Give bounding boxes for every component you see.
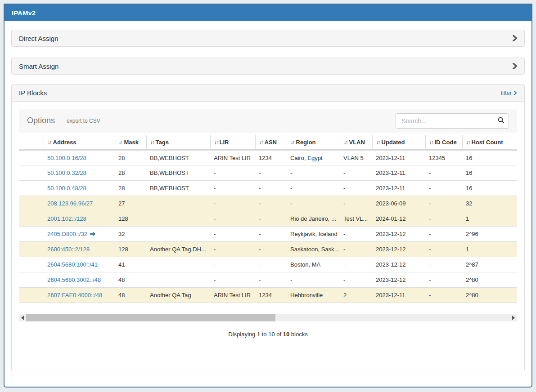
lir-cell: - — [210, 257, 255, 272]
vlan-cell: - — [340, 227, 372, 242]
table-row: 2001:102::/128 128 - - Rio de Janeiro, .… — [19, 211, 517, 227]
region-cell: Cairo, Egypt — [287, 150, 340, 165]
search-button[interactable] — [493, 113, 509, 129]
mask-cell: 48 — [115, 272, 146, 288]
horizontal-scrollbar[interactable] — [19, 314, 517, 321]
sort-icon: ↓↑ — [344, 139, 347, 146]
host-count-cell: 1 — [462, 211, 517, 227]
export-csv-button[interactable]: export to CSV — [67, 118, 100, 124]
options-toolbar: Options export to CSV — [19, 109, 517, 133]
lir-cell: - — [210, 211, 255, 227]
region-cell: Reykjavik, Iceland — [287, 227, 340, 242]
sort-icon: ↓↑ — [259, 139, 263, 146]
vlan-cell: VLAN 5 — [340, 150, 372, 165]
mask-cell: 128 — [115, 211, 146, 227]
asn-cell: - — [255, 242, 287, 257]
scroll-left-arrow[interactable] — [19, 314, 26, 321]
tags-cell — [146, 272, 210, 288]
column-header-id-code[interactable]: ↓↑ID Code — [425, 135, 462, 150]
row-spacer-cell — [19, 257, 44, 272]
vlan-cell: - — [340, 272, 372, 288]
host-count-cell: 16 — [462, 181, 517, 196]
column-header-tags[interactable]: ↓↑Tags — [146, 135, 210, 150]
address-link[interactable]: 50.100.0.32/28 — [47, 169, 86, 176]
table-row: 2604:5680:3002::/48 48 - - - - 2023-12-1… — [19, 272, 517, 288]
column-header-lir[interactable]: ↓↑LIR — [210, 135, 255, 150]
address-link[interactable]: 2607:FAE0:4000::/48 — [47, 292, 102, 298]
lir-cell: - — [210, 181, 255, 196]
column-header-updated[interactable]: ↓↑Updated — [372, 135, 425, 150]
asn-cell: - — [255, 272, 287, 288]
lir-cell: - — [210, 272, 255, 288]
asn-cell: - — [255, 196, 287, 211]
updated-cell: 2023-12-12 — [372, 242, 425, 257]
region-cell: Boston, MA — [287, 257, 340, 272]
ip-blocks-table-body: 50.100.0.16/28 28 BB,WEBHOST ARIN Test L… — [19, 150, 517, 303]
sort-icon: ↓↑ — [150, 139, 154, 146]
filter-link[interactable]: filter — [500, 89, 517, 96]
address-link[interactable]: 2405:D800::/32 — [47, 231, 87, 237]
row-spacer-cell — [19, 288, 44, 303]
asn-cell: - — [255, 227, 287, 242]
search-input[interactable] — [396, 113, 493, 129]
sort-icon: ↓↑ — [48, 139, 51, 146]
mask-cell: 28 — [115, 150, 146, 165]
mask-cell: 28 — [115, 181, 146, 196]
scrollbar-thumb[interactable] — [26, 314, 275, 321]
mask-cell: 128 — [115, 242, 146, 257]
lir-cell: ARIN Test LIR — [210, 288, 255, 303]
address-link[interactable]: 208.123.96.96/27 — [47, 200, 93, 207]
host-count-cell: 32 — [462, 196, 517, 211]
row-spacer-cell — [19, 211, 44, 227]
smart-assign-panel[interactable]: Smart Assign — [11, 58, 525, 75]
table-row: 50.100.0.48/28 28 BB,WEBHOST - - - - 202… — [19, 181, 517, 196]
table-row: 208.123.96.96/27 27 - - - - 2023-06-09 -… — [19, 196, 517, 211]
address-link[interactable]: 2001:102::/128 — [47, 215, 86, 222]
scroll-right-arrow[interactable] — [510, 314, 517, 321]
left-triangle-icon — [21, 316, 24, 320]
app-title: IPAMv2 — [12, 9, 36, 17]
vlan-cell: Test VL... — [340, 211, 372, 227]
column-header-region[interactable]: ↓↑Region — [287, 135, 340, 150]
region-cell: - — [287, 272, 340, 288]
column-header-address[interactable]: ↓↑Address — [44, 135, 115, 150]
address-link[interactable]: 2604:5680:3002::/48 — [47, 276, 101, 283]
address-link[interactable]: 50.100.0.48/28 — [47, 185, 86, 192]
search-icon — [498, 117, 504, 125]
host-count-cell: 2^96 — [462, 227, 517, 242]
filter-label: filter — [500, 89, 512, 96]
mask-cell: 41 — [115, 257, 146, 272]
region-cell: - — [287, 196, 340, 211]
right-triangle-icon — [512, 316, 515, 320]
table-row: 2604:5680:100::/41 41 - - Boston, MA - 2… — [19, 257, 517, 272]
updated-cell: 2023-12-12 — [372, 272, 425, 288]
column-header-mask[interactable]: ↓↑Mask — [115, 135, 146, 150]
ip-blocks-panel: IP Blocks filter Options export to CSV — [11, 84, 525, 371]
page-content: Direct Assign Smart Assign IP Blocks fil… — [5, 21, 531, 371]
host-count-cell: 16 — [462, 150, 517, 165]
row-spacer-cell — [19, 242, 44, 257]
address-link[interactable]: 50.100.0.16/28 — [47, 155, 86, 161]
row-spacer-cell — [19, 227, 44, 242]
column-header-vlan[interactable]: ↓↑VLAN — [340, 135, 372, 150]
direct-assign-panel[interactable]: Direct Assign — [11, 30, 525, 47]
lir-cell: - — [210, 196, 255, 211]
tags-cell — [146, 196, 210, 211]
ip-blocks-table: ↓↑Address ↓↑Mask ↓↑Tags ↓↑LIR ↓↑ASN ↓↑Re… — [19, 135, 517, 303]
address-link[interactable]: 2600:450::2/128 — [47, 246, 90, 253]
tags-cell — [146, 211, 210, 227]
id-code-cell: - — [425, 181, 462, 196]
table-row: 50.100.0.32/28 28 BB,WEBHOST - - - - 202… — [19, 165, 517, 181]
chevron-right-icon — [513, 63, 517, 69]
address-link[interactable]: 2604:5680:100::/41 — [47, 261, 98, 268]
id-code-cell: - — [425, 272, 462, 288]
sort-icon: ↓↑ — [466, 139, 470, 146]
options-label: Options — [27, 116, 55, 125]
column-header-host-count[interactable]: ↓↑Host Count — [462, 135, 517, 150]
lir-cell: - — [210, 165, 255, 181]
asn-cell: - — [255, 165, 287, 181]
column-header-asn[interactable]: ↓↑ASN — [255, 135, 287, 150]
row-spacer-cell — [19, 196, 44, 211]
tags-cell: Another QA Tag,DH... — [146, 242, 210, 257]
host-count-cell: 2^87 — [462, 257, 517, 272]
